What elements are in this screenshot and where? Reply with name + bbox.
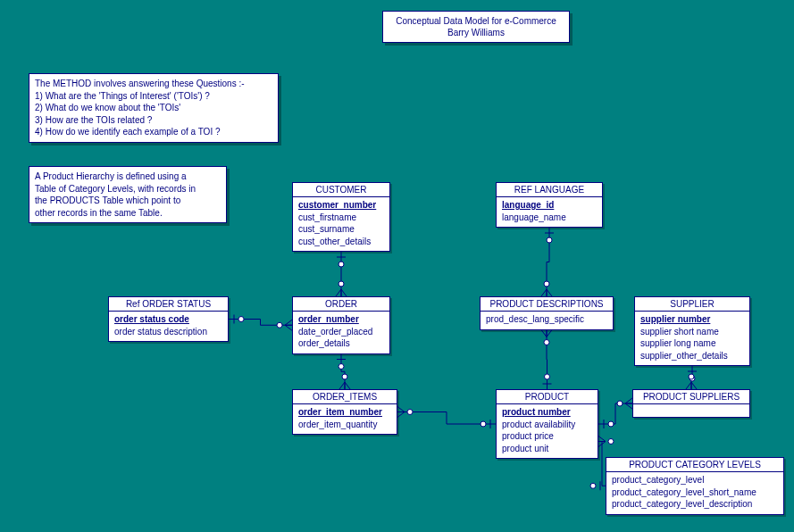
entity-header: SUPPLIER xyxy=(635,297,749,312)
entity-product: PRODUCT product numberproduct availabili… xyxy=(496,389,598,459)
svg-line-51 xyxy=(691,382,697,389)
svg-point-60 xyxy=(407,410,413,415)
entity-body: prod_desc_lang_specific xyxy=(481,312,613,329)
svg-line-5 xyxy=(336,289,341,296)
entity-attribute: order_details xyxy=(298,337,384,350)
svg-line-57 xyxy=(397,407,405,412)
entity-body: language_idlanguage_name xyxy=(497,197,602,227)
diagram-title: Conceptual Data Model for e-Commerce Bar… xyxy=(382,11,570,43)
entity-attribute: customer_number xyxy=(298,199,384,212)
entity-customer: CUSTOMER customer_numbercust_firstnamecu… xyxy=(292,182,390,252)
entity-product-descriptions: PRODUCT DESCRIPTIONS prod_desc_lang_spec… xyxy=(480,296,614,330)
entity-body xyxy=(633,404,749,417)
svg-point-35 xyxy=(544,281,549,287)
svg-line-14 xyxy=(285,320,292,325)
title-line1: Conceptual Data Model for e-Commerce xyxy=(392,15,560,27)
svg-line-40 xyxy=(547,330,552,337)
entity-body: order status codeorder status descriptio… xyxy=(109,312,228,341)
svg-point-78 xyxy=(608,439,614,445)
svg-point-4 xyxy=(338,262,344,267)
title-line2: Barry Williams xyxy=(392,27,560,38)
entity-order-items: ORDER_ITEMS order_item_numberorder_item_… xyxy=(292,389,397,435)
entity-attribute: prod_desc_lang_specific xyxy=(486,313,607,326)
entity-header: REF LANGUAGE xyxy=(497,183,602,197)
svg-point-42 xyxy=(544,340,549,345)
entity-header: CUSTOMER xyxy=(293,183,389,197)
entity-attribute: cust_firstname xyxy=(298,212,384,224)
svg-line-23 xyxy=(339,382,345,389)
entity-attribute: order status description xyxy=(114,326,222,338)
entity-attribute: product unit xyxy=(502,443,592,455)
svg-line-24 xyxy=(345,382,350,389)
entity-attribute: supplier number xyxy=(640,313,744,326)
hierarchy-text-box: A Product Hierarchy is defined using a T… xyxy=(29,166,227,223)
svg-line-75 xyxy=(598,436,606,442)
svg-line-32 xyxy=(541,289,547,296)
entity-body: customer_numbercust_firstnamecust_surnam… xyxy=(293,197,389,251)
svg-line-58 xyxy=(397,412,405,418)
svg-line-39 xyxy=(541,330,547,337)
entity-attribute: order_item_quantity xyxy=(298,419,391,431)
method-text-box: The METHOD involves answering these Ques… xyxy=(29,73,279,143)
entity-header: PRODUCT DESCRIPTIONS xyxy=(481,297,613,312)
entity-body: order_numberdate_order_placedorder_detai… xyxy=(293,312,389,353)
svg-point-80 xyxy=(590,483,596,488)
svg-point-67 xyxy=(608,421,614,427)
entity-header: PRODUCT CATEGORY LEVELS xyxy=(606,458,783,472)
svg-point-17 xyxy=(277,322,282,328)
entity-body: order_item_numberorder_item_quantity xyxy=(293,404,397,434)
entity-attribute: cust_other_details xyxy=(298,236,384,248)
entity-attribute: language_name xyxy=(502,212,597,224)
entity-order: ORDER order_numberdate_order_placedorder… xyxy=(292,296,390,354)
entity-product-category-levels: PRODUCT CATEGORY LEVELS product_category… xyxy=(606,457,784,515)
entity-attribute: supplier_other_details xyxy=(640,350,744,362)
entity-attribute: order_item_number xyxy=(298,406,391,419)
svg-point-8 xyxy=(338,281,344,287)
entity-attribute: supplier short name xyxy=(640,326,744,338)
svg-line-50 xyxy=(686,382,691,389)
svg-point-49 xyxy=(690,376,695,381)
entity-ref-order-status: Ref ORDER STATUS order status codeorder … xyxy=(108,296,229,342)
entity-body: supplier numbersupplier short namesuppli… xyxy=(635,312,749,365)
svg-point-53 xyxy=(689,374,694,379)
svg-point-26 xyxy=(342,374,347,379)
entity-attribute: product_category_level xyxy=(612,474,778,486)
svg-line-68 xyxy=(625,398,632,403)
entity-attribute: product price xyxy=(502,430,592,443)
entity-ref-language: REF LANGUAGE language_idlanguage_name xyxy=(496,182,603,228)
entity-attribute: product availability xyxy=(502,419,592,431)
entity-attribute: product_category_level_short_name xyxy=(612,486,778,499)
entity-header: Ref ORDER STATUS xyxy=(109,297,228,312)
entity-product-suppliers: PRODUCT SUPPLIERS xyxy=(632,389,750,418)
entity-supplier: SUPPLIER supplier numbersupplier short n… xyxy=(634,296,750,366)
svg-point-62 xyxy=(481,421,486,427)
entity-header: PRODUCT SUPPLIERS xyxy=(633,390,749,404)
entity-attribute: supplier long name xyxy=(640,337,744,350)
svg-point-31 xyxy=(547,237,552,243)
svg-line-6 xyxy=(341,289,347,296)
entity-header: ORDER_ITEMS xyxy=(293,390,397,404)
svg-point-22 xyxy=(338,364,344,370)
entity-header: PRODUCT xyxy=(497,390,598,404)
entity-attribute: product number xyxy=(502,406,592,419)
entity-body: product_category_levelproduct_category_l… xyxy=(606,472,783,514)
svg-line-15 xyxy=(285,325,292,330)
svg-line-76 xyxy=(598,442,606,447)
entity-attribute: language_id xyxy=(502,199,597,212)
entity-attribute: order status code xyxy=(114,313,222,326)
svg-point-71 xyxy=(617,401,623,406)
entity-attribute: product_category_level_description xyxy=(612,498,778,511)
svg-point-13 xyxy=(238,317,244,322)
entity-header: ORDER xyxy=(293,297,389,312)
svg-point-44 xyxy=(545,374,550,379)
entity-body: product numberproduct availabilityproduc… xyxy=(497,404,598,458)
entity-attribute: order_number xyxy=(298,313,384,326)
entity-attribute: date_order_placed xyxy=(298,326,384,338)
svg-line-33 xyxy=(547,289,552,296)
svg-line-69 xyxy=(625,403,632,409)
entity-attribute: cust_surname xyxy=(298,223,384,236)
